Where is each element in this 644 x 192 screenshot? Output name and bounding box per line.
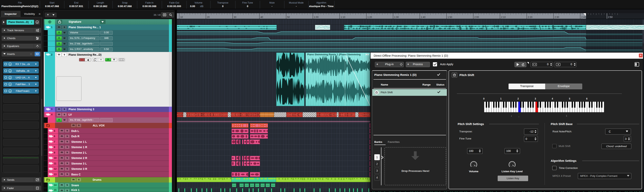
svg-text:e: e (10, 90, 11, 92)
svg-text:2:00: 2:00 (474, 16, 479, 18)
svg-text:1:40: 1:40 (421, 16, 426, 18)
svg-text:e: e (10, 63, 11, 65)
svg-text:e: e (37, 21, 38, 23)
svg-text:1:50: 1:50 (448, 16, 452, 18)
svg-text:50: 50 (287, 16, 290, 18)
svg-text:1:00: 1:00 (314, 16, 319, 18)
svg-text:2:20: 2:20 (528, 16, 532, 18)
svg-text:2:40: 2:40 (581, 16, 586, 18)
svg-text:2:30: 2:30 (554, 16, 559, 18)
svg-text:e: e (10, 70, 11, 72)
svg-text:1:20: 1:20 (367, 16, 372, 18)
svg-text:1:30: 1:30 (394, 16, 399, 18)
svg-text:2:10: 2:10 (501, 16, 506, 18)
svg-text:40: 40 (260, 16, 263, 18)
svg-text:2:50: 2:50 (608, 16, 613, 18)
svg-text:1:10: 1:10 (340, 16, 345, 18)
svg-text:e: e (10, 77, 11, 79)
svg-text:10: 10 (180, 16, 183, 18)
svg-text:e: e (10, 83, 11, 86)
svg-text:e: e (95, 59, 96, 61)
svg-text:20: 20 (207, 16, 210, 18)
svg-text:30: 30 (234, 16, 236, 18)
